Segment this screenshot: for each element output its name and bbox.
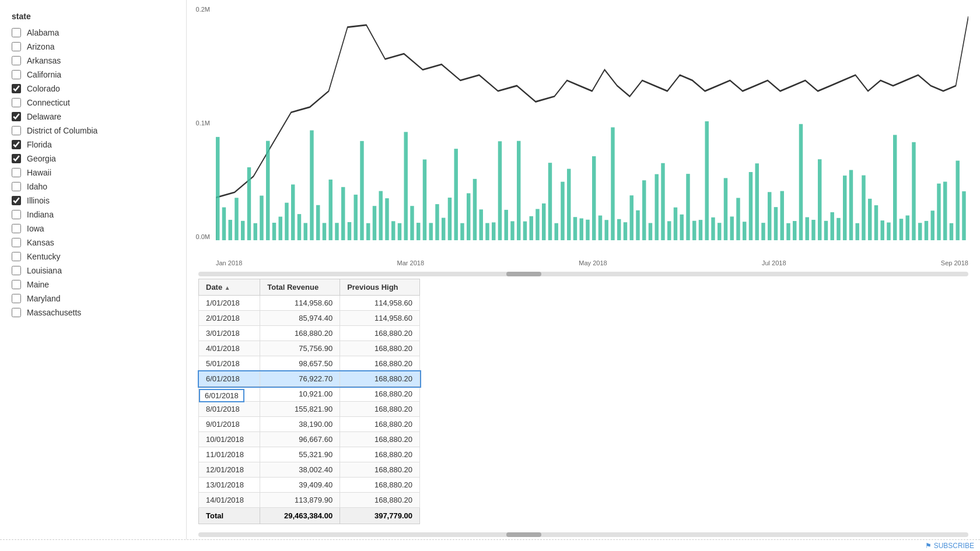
cell-date[interactable]: 12/01/2018 [199,462,260,478]
checkbox-iowa[interactable] [12,224,21,233]
table-row[interactable]: 5/01/201898,657.50168,880.20 [199,356,420,371]
checkbox-item-indiana[interactable]: Indiana [12,210,174,219]
chart-scrollbar[interactable] [187,269,980,279]
checkbox-kentucky[interactable] [12,252,21,261]
checkbox-label-kansas: Kansas [27,238,54,247]
svg-rect-96 [818,159,821,240]
table-scrollbar[interactable] [187,530,980,539]
subscribe-icon[interactable]: ⚑ SUBSCRIBE [925,542,974,550]
col-header-prev-high[interactable]: Previous High [340,279,420,296]
table-row[interactable]: 14/01/2018113,879.90168,880.20 [199,493,420,508]
checkbox-label-maine: Maine [27,280,49,289]
col-header-revenue[interactable]: Total Revenue [260,279,340,296]
checkbox-louisiana[interactable] [12,266,21,275]
checkbox-item-arkansas[interactable]: Arkansas [12,56,174,65]
cell-date[interactable]: 1/01/2018 [199,296,260,311]
checkbox-item-iowa[interactable]: Iowa [12,224,174,233]
checkbox-item-delaware[interactable]: Delaware [12,112,174,121]
svg-rect-4 [241,221,244,240]
table-row[interactable]: 10/01/201896,667.60168,880.20 [199,432,420,447]
cell-date[interactable]: 5/01/2018 [199,356,260,371]
checkbox-maryland[interactable] [12,294,21,303]
cell-date[interactable]: 9/01/2018 [199,417,260,432]
sort-indicator: ▲ [225,285,230,291]
checkbox-item-district-of-columbia[interactable]: District of Columbia [12,126,174,135]
cell-date[interactable]: 14/01/2018 [199,493,260,508]
table-row[interactable]: 9/01/201838,190.00168,880.20 [199,417,420,432]
cell-date[interactable]: 10/01/2018 [199,432,260,447]
svg-rect-58 [580,219,583,240]
checkbox-item-arizona[interactable]: Arizona [12,42,174,51]
checkbox-georgia[interactable] [12,154,21,163]
checkbox-item-massachusetts[interactable]: Massachusetts [12,308,174,317]
checkbox-label-illinois: Illinois [27,196,50,205]
table-row[interactable]: 1/01/2018114,958.60114,958.60 [199,296,420,311]
checkbox-colorado[interactable] [12,84,21,93]
col-header-date[interactable]: Date ▲ [199,279,260,296]
checkbox-item-illinois[interactable]: Illinois [12,196,174,205]
date-tooltip: 6/01/2018 [199,389,244,402]
table-row[interactable]: 13/01/201839,409.40168,880.20 [199,478,420,493]
svg-rect-106 [881,220,884,240]
svg-rect-107 [887,223,890,240]
checkbox-florida[interactable] [12,140,21,149]
checkbox-kansas[interactable] [12,238,21,247]
cell-date[interactable]: 4/01/2018 [199,341,260,356]
checkbox-item-maryland[interactable]: Maryland [12,294,174,303]
checkbox-item-alabama[interactable]: Alabama [12,28,174,37]
checkbox-idaho[interactable] [12,182,21,191]
table-row[interactable]: 4/01/201875,756.90168,880.20 [199,341,420,356]
checkbox-alabama[interactable] [12,28,21,37]
svg-rect-49 [523,222,527,240]
cell-date[interactable]: 6/01/20186/01/2018 [199,371,260,387]
checkbox-indiana[interactable] [12,210,21,219]
table-row[interactable]: 6/01/20186/01/201876,922.70168,880.20 [199,371,420,387]
svg-rect-18 [329,180,332,240]
checkbox-item-maine[interactable]: Maine [12,280,174,289]
table-row[interactable]: 11/01/201855,321.90168,880.20 [199,447,420,462]
cell-prev-high: 114,958.60 [340,296,420,311]
svg-rect-41 [473,179,477,240]
checkbox-item-florida[interactable]: Florida [12,140,174,149]
checkbox-delaware[interactable] [12,112,21,121]
checkbox-item-california[interactable]: California [12,70,174,79]
cell-date[interactable]: 3/01/2018 [199,326,260,341]
svg-rect-112 [918,223,922,240]
checkbox-california[interactable] [12,70,21,79]
checkbox-label-alabama: Alabama [27,28,59,37]
checkbox-item-hawaii[interactable]: Hawaii [12,168,174,177]
checkbox-item-colorado[interactable]: Colorado [12,84,174,93]
table-row[interactable]: 8/01/2018155,821.90168,880.20 [199,402,420,417]
checkbox-district-of-columbia[interactable] [12,126,21,135]
cell-prev-high: 168,880.20 [340,493,420,508]
checkbox-label-kentucky: Kentucky [27,252,61,261]
checkbox-arizona[interactable] [12,42,21,51]
checkbox-massachusetts[interactable] [12,308,21,317]
checkbox-maine[interactable] [12,280,21,289]
checkbox-item-kansas[interactable]: Kansas [12,238,174,247]
sidebar-title: state [12,12,174,21]
table-row[interactable]: 3/01/2018168,880.20168,880.20 [199,326,420,341]
table-row[interactable]: 2/01/201885,974.40114,958.60 [199,311,420,326]
cell-date[interactable]: 8/01/2018 [199,402,260,417]
footer-total-revenue: 29,463,384.00 [260,508,340,524]
cell-date[interactable]: 2/01/2018 [199,311,260,326]
svg-rect-46 [505,210,508,240]
checkbox-connecticut[interactable] [12,98,21,107]
checkbox-item-idaho[interactable]: Idaho [12,182,174,191]
svg-rect-9 [272,223,276,240]
checkbox-hawaii[interactable] [12,168,21,177]
checkbox-item-connecticut[interactable]: Connecticut [12,98,174,107]
svg-rect-40 [467,193,470,240]
checkbox-arkansas[interactable] [12,56,21,65]
svg-rect-55 [561,182,564,240]
checkbox-item-georgia[interactable]: Georgia [12,154,174,163]
checkbox-item-louisiana[interactable]: Louisiana [12,266,174,275]
bar-chart-svg [216,6,968,240]
svg-rect-70 [655,174,659,240]
table-row[interactable]: 12/01/201838,002.40168,880.20 [199,462,420,478]
cell-date[interactable]: 11/01/2018 [199,447,260,462]
checkbox-illinois[interactable] [12,196,21,205]
checkbox-item-kentucky[interactable]: Kentucky [12,252,174,261]
cell-date[interactable]: 13/01/2018 [199,478,260,493]
